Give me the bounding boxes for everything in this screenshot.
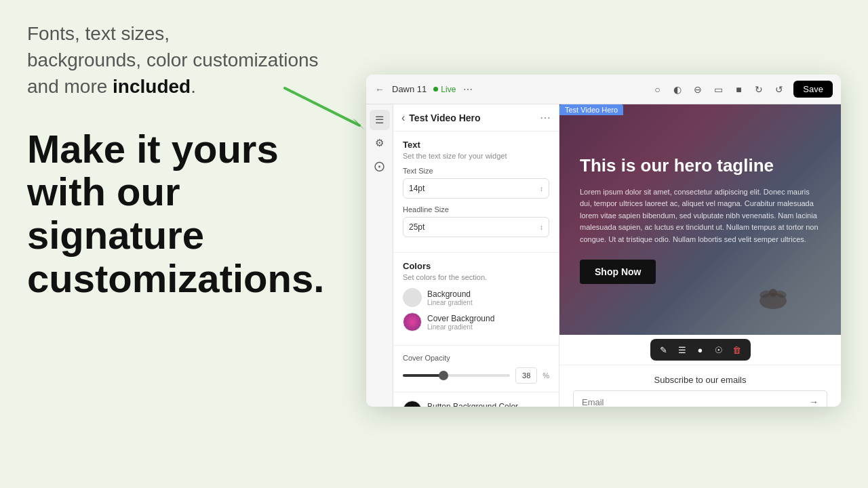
topbar-icons: ○ ◐ ⊖ ▭ ■ ↻ ↺ bbox=[650, 82, 787, 97]
text-settings-section: Text Set the text size for your widget T… bbox=[393, 131, 559, 253]
text-section-subtitle: Set the text size for your widget bbox=[403, 152, 549, 160]
button-colors-section: Button Background Color Linear gradient … bbox=[393, 392, 559, 407]
hero-section: This is our hero tagline Lorem ipsum dol… bbox=[559, 104, 841, 335]
topbar-more-icon[interactable]: ⋯ bbox=[462, 84, 473, 95]
hero-tagline: This is our hero tagline bbox=[580, 155, 821, 176]
browser-content: ☰ ⚙ ⨀ ‹ Test Video Hero ⋯ Text Set the t… bbox=[366, 104, 841, 407]
colors-subtitle: Set colors for the section. bbox=[403, 273, 549, 281]
panel-header: ‹ Test Video Hero ⋯ bbox=[393, 104, 559, 131]
cover-bg-color-type: Linear gradient bbox=[427, 323, 494, 331]
panel-back-button[interactable]: ‹ bbox=[401, 112, 405, 124]
hero-content: This is our hero tagline Lorem ipsum dol… bbox=[559, 104, 841, 335]
grid-icon[interactable]: ■ bbox=[731, 82, 746, 97]
email-submit-button[interactable]: → bbox=[801, 391, 827, 407]
device-icon[interactable]: ▭ bbox=[711, 82, 726, 97]
toolbar-image-icon[interactable]: ☉ bbox=[711, 342, 727, 358]
email-input[interactable] bbox=[574, 392, 801, 407]
shop-now-button[interactable]: Shop Now bbox=[580, 260, 656, 284]
settings-icon[interactable]: ⚙ bbox=[370, 133, 390, 153]
opacity-value: 38 bbox=[515, 367, 537, 384]
live-dot bbox=[433, 87, 438, 92]
preview-tag: Test Video Hero bbox=[559, 104, 623, 115]
left-section: Fonts, text sizes, backgrounds, color cu… bbox=[0, 0, 353, 488]
background-color-name: Background bbox=[427, 289, 473, 299]
cursor-icon[interactable]: ⊖ bbox=[690, 82, 705, 97]
dawn-label: Dawn 11 bbox=[392, 84, 427, 94]
text-size-select[interactable]: 14pt ↕ bbox=[403, 178, 549, 199]
browser-topbar: ← Dawn 11 Live ⋯ ○ ◐ ⊖ ▭ ■ ↻ ↺ Save bbox=[366, 75, 841, 104]
toolbar-link-icon[interactable]: ● bbox=[692, 342, 709, 358]
preview-area: Test Video Hero This is our hero tagline… bbox=[559, 104, 841, 407]
main-headline: Make it yours with our signature customi… bbox=[27, 127, 326, 300]
colors-section: Colors Set colors for the section. Backg… bbox=[393, 253, 559, 346]
search-icon[interactable]: ◐ bbox=[670, 82, 685, 97]
toolbar-edit-icon[interactable]: ✎ bbox=[656, 342, 672, 358]
save-button[interactable]: Save bbox=[793, 81, 833, 98]
settings-panel: ‹ Test Video Hero ⋯ Text Set the text si… bbox=[393, 104, 559, 407]
live-badge: Live bbox=[433, 85, 456, 94]
browser-back-icon[interactable]: ← bbox=[374, 84, 385, 95]
background-color-row: Background Linear gradient bbox=[403, 288, 549, 307]
colors-title: Colors bbox=[403, 261, 549, 271]
panel-title: Test Video Hero bbox=[409, 113, 536, 123]
btn-bg-color-name: Button Background Color bbox=[427, 402, 518, 407]
cover-bg-color-swatch[interactable] bbox=[403, 312, 422, 331]
hero-body: Lorem ipsum dolor sit amet, consectetur … bbox=[580, 186, 821, 246]
opacity-percent: % bbox=[542, 371, 549, 380]
redo-icon[interactable]: ↺ bbox=[772, 82, 787, 97]
background-color-swatch[interactable] bbox=[403, 288, 422, 307]
email-input-row: → bbox=[573, 390, 827, 407]
cover-bg-color-name: Cover Background bbox=[427, 314, 494, 323]
globe-icon[interactable]: ○ bbox=[650, 82, 665, 97]
headline-size-select[interactable]: 25pt ↕ bbox=[403, 217, 549, 237]
toolbar-list-icon[interactable]: ☰ bbox=[674, 342, 690, 358]
cover-bg-color-row: Cover Background Linear gradient bbox=[403, 312, 549, 331]
subscribe-title: Subscribe to our emails bbox=[573, 375, 827, 385]
opacity-label: Cover Opacity bbox=[403, 354, 549, 362]
toolbar-delete-icon[interactable]: 🗑 bbox=[729, 342, 745, 358]
section-toolbar: ✎ ☰ ● ☉ 🗑 bbox=[559, 335, 841, 365]
panel-options-icon[interactable]: ⋯ bbox=[540, 111, 551, 124]
background-color-type: Linear gradient bbox=[427, 299, 473, 306]
toolbar-group: ✎ ☰ ● ☉ 🗑 bbox=[650, 339, 751, 361]
undo-icon[interactable]: ↻ bbox=[751, 82, 766, 97]
sidebar-icons: ☰ ⚙ ⨀ bbox=[366, 104, 393, 407]
arrow-decoration bbox=[278, 81, 380, 136]
opacity-slider[interactable] bbox=[403, 374, 510, 377]
text-size-label: Text Size bbox=[403, 167, 549, 175]
btn-bg-color-row: Button Background Color Linear gradient bbox=[403, 401, 549, 407]
apps-icon[interactable]: ⨀ bbox=[370, 156, 390, 176]
headline-size-label: Headline Size bbox=[403, 205, 549, 214]
opacity-section: Cover Opacity 38 % bbox=[393, 346, 559, 392]
subscribe-section: Subscribe to our emails → bbox=[559, 365, 841, 407]
btn-bg-color-swatch[interactable] bbox=[403, 401, 422, 407]
text-section-title: Text bbox=[403, 140, 549, 150]
browser-window: ← Dawn 11 Live ⋯ ○ ◐ ⊖ ▭ ■ ↻ ↺ Save ☰ ⚙ … bbox=[366, 75, 841, 407]
sections-icon[interactable]: ☰ bbox=[370, 110, 390, 130]
